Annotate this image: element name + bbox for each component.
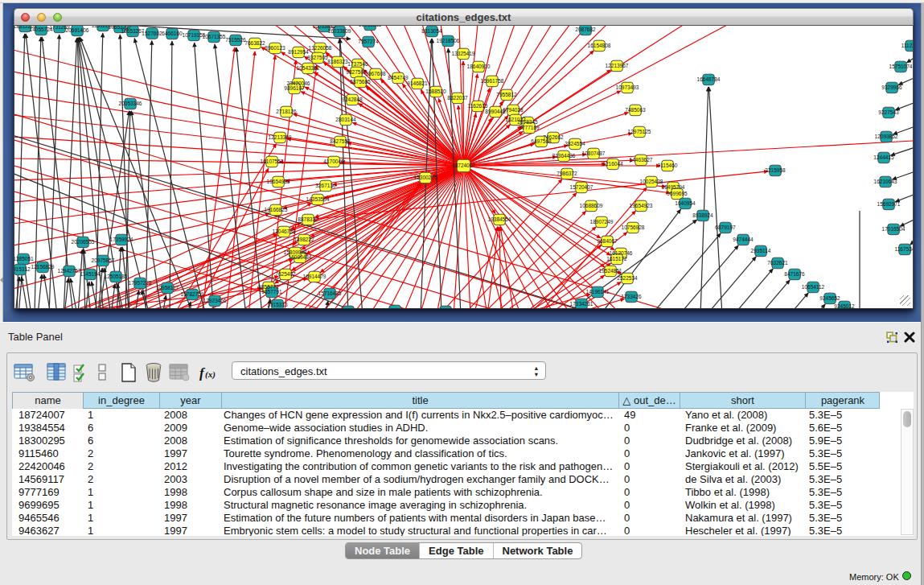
svg-text:9245652: 9245652	[819, 295, 840, 301]
svg-text:10973493: 10973493	[616, 84, 639, 90]
svg-text:3915312: 3915312	[14, 266, 31, 272]
svg-text:16648784: 16648784	[697, 76, 721, 82]
svg-text:1733426: 1733426	[621, 294, 642, 299]
svg-text:17334261: 17334261	[570, 301, 593, 307]
svg-text:8960123: 8960123	[265, 45, 285, 51]
svg-text:1640954: 1640954	[675, 200, 696, 206]
svg-text:12505185: 12505185	[105, 274, 128, 279]
svg-text:10688609: 10688609	[580, 203, 603, 208]
svg-text:20975857: 20975857	[92, 257, 115, 263]
svg-text:10958117: 10958117	[156, 285, 179, 290]
svg-text:16099484: 16099484	[289, 254, 312, 260]
svg-text:9115460: 9115460	[658, 163, 678, 168]
svg-text:1112260: 1112260	[901, 43, 914, 48]
svg-text:8322037: 8322037	[447, 95, 468, 101]
svg-text:2522534: 2522534	[617, 275, 638, 281]
svg-text:16782759: 16782759	[181, 291, 204, 297]
svg-text:6879197: 6879197	[715, 225, 736, 230]
svg-text:4170046: 4170046	[323, 159, 344, 164]
svg-text:7632621: 7632621	[767, 260, 788, 266]
svg-text:16120746: 16120746	[610, 250, 633, 256]
svg-text:2967608: 2967608	[365, 71, 386, 76]
svg-text:15751074: 15751074	[889, 64, 913, 69]
svg-text:7625402: 7625402	[275, 271, 296, 277]
svg-text:20206555: 20206555	[72, 239, 95, 245]
svg-text:1527602: 1527602	[142, 31, 162, 36]
svg-text:1588520: 1588520	[425, 89, 446, 94]
svg-text:1737546: 1737546	[347, 61, 368, 67]
svg-text:9657791: 9657791	[261, 289, 282, 295]
svg-text:2935114: 2935114	[751, 248, 771, 253]
svg-text:16210643: 16210643	[874, 179, 897, 184]
svg-text:12093852: 12093852	[875, 134, 898, 139]
svg-text:19166825: 19166825	[265, 207, 288, 212]
svg-text:8912954: 8912954	[288, 49, 309, 55]
svg-text:16154808: 16154808	[588, 43, 611, 48]
svg-text:6497568: 6497568	[531, 138, 552, 144]
svg-text:6794028: 6794028	[503, 107, 524, 113]
svg-text:12975125: 12975125	[628, 129, 651, 134]
svg-text:3267130: 3267130	[315, 183, 336, 188]
svg-text:9327505: 9327505	[346, 69, 367, 75]
svg-text:6466160: 6466160	[162, 31, 183, 36]
svg-text:3824554: 3824554	[565, 141, 585, 146]
svg-text:16033809: 16033809	[328, 28, 351, 34]
svg-text:2078345: 2078345	[517, 119, 538, 125]
svg-text:13495794: 13495794	[662, 184, 685, 190]
svg-text:19218506: 19218506	[437, 38, 460, 43]
svg-text:15692971: 15692971	[877, 201, 901, 207]
svg-text:17046738: 17046738	[273, 229, 296, 234]
svg-text:3915313: 3915313	[267, 302, 288, 307]
svg-text:19384554: 19384554	[488, 216, 511, 222]
svg-text:8813054: 8813054	[421, 28, 442, 34]
svg-text:10782759: 10782759	[384, 307, 407, 309]
svg-text:12923467: 12923467	[434, 308, 458, 309]
svg-text:15300275: 15300275	[414, 175, 437, 180]
svg-text:7485063: 7485063	[625, 107, 646, 113]
svg-text:12923466: 12923466	[203, 298, 227, 303]
svg-text:10756928: 10756928	[622, 225, 645, 230]
svg-text:14463627: 14463627	[630, 157, 653, 163]
svg-text:19654923: 19654923	[630, 203, 653, 208]
svg-text:10671355: 10671355	[203, 34, 226, 39]
svg-text:9242848: 9242848	[342, 97, 363, 102]
svg-text:18907249: 18907249	[590, 219, 614, 225]
svg-text:16107552: 16107552	[261, 159, 284, 164]
svg-text:1244415: 1244415	[873, 154, 894, 160]
svg-text:8186323: 8186323	[327, 59, 348, 64]
svg-text:9227543: 9227543	[878, 109, 899, 115]
svg-text:10958117: 10958117	[337, 308, 360, 309]
svg-text:10025438: 10025438	[640, 179, 663, 184]
svg-text:1162615: 1162615	[468, 103, 488, 109]
svg-text:7663822: 7663822	[244, 40, 265, 46]
svg-text:14196141: 14196141	[586, 289, 610, 295]
svg-text:1385051: 1385051	[14, 256, 34, 262]
svg-text:7357274: 7357274	[358, 39, 379, 44]
svg-text:13226058: 13226058	[309, 45, 332, 51]
svg-text:5875685: 5875685	[350, 79, 371, 84]
svg-text:8427552: 8427552	[330, 138, 351, 144]
svg-text:9245012: 9245012	[834, 303, 855, 309]
svg-text:9777169: 9777169	[519, 125, 540, 130]
svg-text:9699695: 9699695	[667, 191, 688, 196]
svg-text:6216044: 6216044	[602, 161, 623, 167]
svg-text:10543362: 10543362	[297, 65, 320, 71]
svg-text:17359924: 17359924	[110, 237, 133, 242]
svg-text:16961758: 16961758	[481, 78, 504, 84]
svg-text:12213967: 12213967	[606, 63, 629, 68]
svg-text:18640910: 18640910	[467, 64, 491, 69]
svg-text:17957275: 17957275	[129, 280, 152, 286]
svg-text:15720407: 15720407	[570, 184, 593, 190]
svg-text:9684067: 9684067	[597, 238, 618, 244]
svg-text:8471676: 8471676	[784, 271, 805, 277]
svg-text:16914479: 16914479	[303, 274, 326, 279]
svg-text:2718126: 2718126	[276, 109, 297, 114]
svg-text:9329966: 9329966	[881, 84, 902, 90]
svg-text:20053346: 20053346	[119, 101, 142, 106]
svg-text:21364436: 21364436	[552, 153, 576, 159]
svg-text:10654112: 10654112	[802, 284, 825, 290]
svg-text:15716485: 15716485	[318, 290, 342, 296]
svg-text:20691406: 20691406	[66, 27, 89, 33]
svg-text:9146821: 9146821	[407, 80, 428, 86]
svg-text:3215958: 3215958	[765, 167, 786, 173]
